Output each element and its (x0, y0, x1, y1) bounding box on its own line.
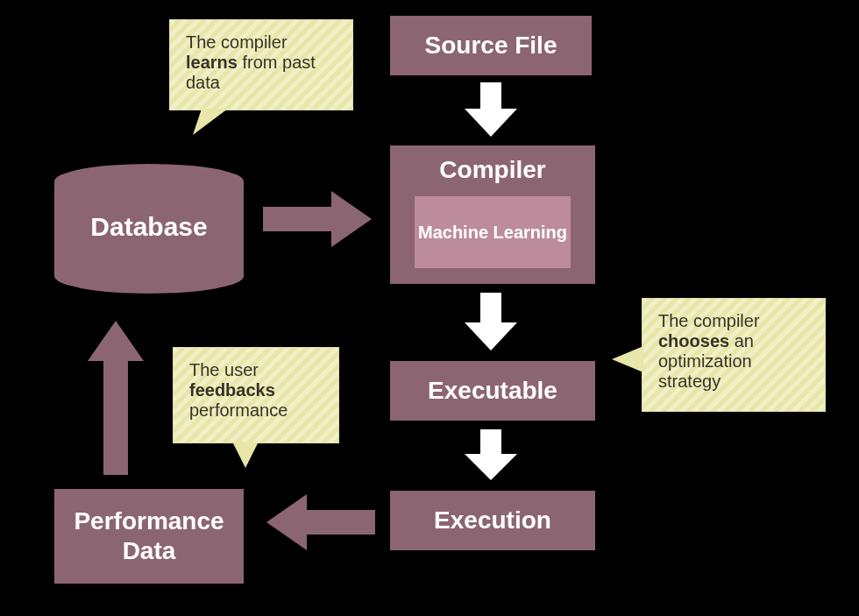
svg-marker-5 (465, 429, 517, 480)
arrow-perfdata-to-database (88, 317, 144, 475)
svg-marker-3 (465, 82, 517, 137)
database-node: Database (54, 180, 244, 274)
executable-node: Executable (390, 361, 595, 421)
svg-marker-0 (193, 109, 228, 135)
callout-feedbacks: The user feedbacks performance (173, 347, 339, 443)
callout-feedbacks-pre: The user (189, 360, 259, 379)
arrow-source-to-compiler (465, 82, 517, 140)
arrow-execution-to-perfdata (263, 494, 375, 550)
svg-marker-4 (465, 293, 517, 350)
svg-marker-8 (88, 321, 144, 475)
arrow-database-to-compiler (263, 191, 375, 247)
machine-learning-label: Machine Learning (418, 223, 567, 243)
callout-chooses-pre: The compiler (658, 311, 760, 330)
callout-feedbacks-tail (224, 442, 267, 473)
svg-marker-1 (612, 346, 643, 372)
source-file-node: Source File (390, 16, 592, 75)
callout-learns-pre: The compiler (186, 32, 288, 52)
execution-node: Execution (390, 491, 595, 550)
callout-chooses: The compiler chooses an optimization str… (642, 298, 826, 412)
arrow-compiler-to-executable (465, 293, 517, 354)
callout-learns-bold: learns (186, 53, 238, 72)
svg-marker-6 (263, 191, 372, 247)
callout-chooses-bold: chooses (658, 331, 729, 350)
callout-learns-tail (184, 109, 237, 144)
svg-marker-7 (266, 494, 375, 550)
svg-marker-2 (232, 442, 259, 468)
performance-data-node: Performance Data (54, 489, 244, 584)
compiler-node: Compiler Machine Learning (390, 145, 595, 284)
compiler-label: Compiler (390, 156, 595, 184)
arrow-executable-to-execution (465, 429, 517, 484)
callout-learns: The compiler learns from past data (169, 19, 353, 110)
callout-chooses-tail (612, 346, 647, 381)
callout-feedbacks-post: performance (189, 400, 288, 420)
machine-learning-subnode: Machine Learning (415, 196, 571, 268)
callout-feedbacks-bold: feedbacks (189, 380, 275, 400)
performance-data-label: Performance Data (54, 506, 244, 565)
